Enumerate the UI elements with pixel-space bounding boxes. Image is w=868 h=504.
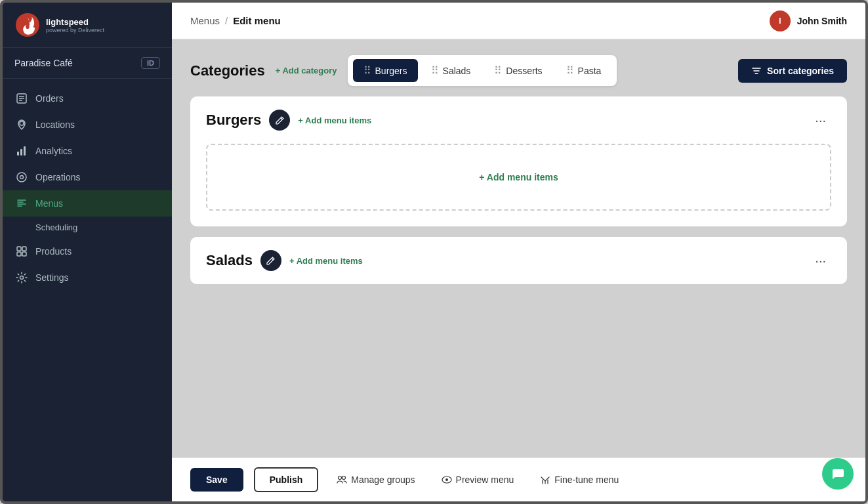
drag-dots-burgers: ⠿ [363, 64, 371, 77]
manage-groups-button[interactable]: Manage groups [329, 469, 423, 490]
sidebar-item-analytics[interactable]: Analytics [3, 138, 172, 164]
svg-rect-11 [17, 247, 21, 251]
burgers-section: Burgers + Add menu items ··· + Add menu … [190, 96, 847, 226]
orders-icon [16, 93, 28, 104]
category-tab-salads[interactable]: ⠿ Salads [421, 59, 482, 82]
edit-icon [266, 257, 275, 265]
breadcrumb-parent[interactable]: Menus [190, 15, 220, 26]
salads-edit-button[interactable] [260, 250, 281, 271]
categories-bar: Categories + Add category ⠿ Burgers ⠿ Sa… [190, 39, 847, 96]
edit-icon [276, 116, 284, 125]
sidebar-item-operations[interactable]: Operations [3, 164, 172, 190]
salads-header: Salads + Add menu items ··· [190, 237, 847, 284]
category-tab-pasta-label: Pasta [578, 66, 602, 76]
svg-point-10 [20, 176, 24, 179]
sidebar: lightspeed powered by Deliverect Paradis… [3, 3, 172, 501]
salads-section: Salads + Add menu items ··· [190, 237, 847, 284]
drag-dots-desserts: ⠿ [494, 64, 502, 77]
logo-text: lightspeed powered by Deliverect [46, 17, 104, 33]
locations-icon [16, 119, 28, 131]
burgers-add-items-box-text: + Add menu items [479, 172, 558, 182]
fine-tune-button[interactable]: Fine-tune menu [532, 469, 627, 490]
sidebar-item-orders[interactable]: Orders [3, 85, 172, 112]
preview-menu-label: Preview menu [456, 474, 514, 485]
sort-categories-button[interactable]: Sort categories [738, 59, 847, 83]
user-name: John Smith [797, 16, 847, 26]
category-tab-pasta[interactable]: ⠿ Pasta [556, 59, 612, 82]
salads-add-items-inline[interactable]: + Add menu items [289, 256, 363, 266]
analytics-icon [16, 145, 28, 157]
svg-point-9 [17, 173, 26, 182]
category-tab-salads-label: Salads [443, 66, 471, 76]
manage-groups-label: Manage groups [351, 474, 415, 485]
logo-brand: lightspeed [46, 17, 104, 27]
svg-point-21 [445, 478, 448, 481]
svg-point-19 [342, 476, 346, 480]
publish-button[interactable]: Publish [254, 467, 319, 492]
svg-point-15 [20, 276, 24, 280]
breadcrumb-separator: / [225, 15, 228, 26]
fine-tune-icon [540, 474, 550, 485]
svg-line-16 [281, 117, 283, 119]
svg-point-5 [20, 121, 24, 125]
svg-rect-12 [22, 247, 26, 251]
user-info: I John Smith [770, 10, 847, 32]
drag-dots-salads: ⠿ [431, 64, 439, 77]
category-tab-burgers-label: Burgers [375, 66, 407, 76]
svg-rect-7 [20, 149, 22, 156]
products-label: Products [35, 246, 72, 257]
products-icon [16, 245, 28, 257]
sort-categories-label: Sort categories [767, 66, 834, 76]
settings-icon [16, 272, 28, 284]
orders-label: Orders [35, 93, 64, 104]
salads-more-button[interactable]: ··· [810, 251, 831, 271]
categories-title: Categories [190, 62, 265, 79]
svg-point-18 [339, 476, 342, 480]
sidebar-item-settings[interactable]: Settings [3, 264, 172, 291]
manage-groups-icon [337, 474, 347, 485]
sidebar-item-locations[interactable]: Locations [3, 112, 172, 138]
drag-dots-pasta: ⠿ [566, 64, 574, 77]
category-tabs: ⠿ Burgers ⠿ Salads ⠿ Desserts ⠿ Pasta [348, 55, 617, 86]
category-tab-desserts-label: Desserts [506, 66, 542, 76]
fine-tune-label: Fine-tune menu [554, 474, 619, 485]
add-category-button[interactable]: + Add category [276, 66, 337, 75]
burgers-add-items-inline[interactable]: + Add menu items [298, 116, 371, 125]
svg-rect-13 [17, 252, 21, 256]
locations-label: Locations [35, 119, 75, 130]
burgers-header: Burgers + Add menu items ··· [190, 96, 847, 144]
preview-icon [442, 474, 452, 485]
svg-rect-6 [17, 152, 19, 156]
svg-rect-8 [24, 146, 26, 156]
burgers-edit-button[interactable] [269, 110, 290, 131]
svg-rect-14 [22, 252, 26, 256]
category-tab-desserts[interactable]: ⠿ Desserts [484, 59, 552, 82]
save-button[interactable]: Save [190, 468, 243, 492]
settings-label: Settings [35, 272, 69, 283]
logo-area: lightspeed powered by Deliverect [3, 3, 172, 48]
preview-menu-button[interactable]: Preview menu [434, 469, 522, 490]
chat-icon [831, 467, 845, 481]
sidebar-item-scheduling[interactable]: Scheduling [3, 217, 172, 238]
main-nav: Orders Locations Analytics [3, 79, 172, 501]
top-bar: Menus / Edit menu I John Smith [172, 3, 865, 39]
category-tab-burgers[interactable]: ⠿ Burgers [353, 59, 418, 82]
menus-label: Menus [35, 198, 63, 209]
logo-sub: powered by Deliverect [46, 27, 104, 33]
sidebar-item-products[interactable]: Products [3, 238, 172, 264]
salads-title: Salads [206, 252, 253, 269]
bottom-toolbar: Save Publish Manage groups Preview menu [172, 457, 865, 501]
page-content: Categories + Add category ⠿ Burgers ⠿ Sa… [172, 39, 865, 501]
operations-icon [16, 171, 28, 183]
logo-icon [16, 13, 39, 37]
restaurant-row: Paradise Café ID [3, 48, 172, 79]
burgers-add-items-box[interactable]: + Add menu items [206, 144, 831, 211]
sidebar-item-menus[interactable]: Menus [3, 190, 172, 217]
chat-bubble[interactable] [822, 458, 854, 490]
breadcrumb: Menus / Edit menu [190, 15, 281, 26]
burgers-more-button[interactable]: ··· [810, 110, 831, 131]
id-badge-button[interactable]: ID [141, 57, 160, 69]
restaurant-name: Paradise Café [14, 58, 73, 68]
sort-icon [751, 66, 762, 76]
menus-icon [16, 198, 28, 209]
